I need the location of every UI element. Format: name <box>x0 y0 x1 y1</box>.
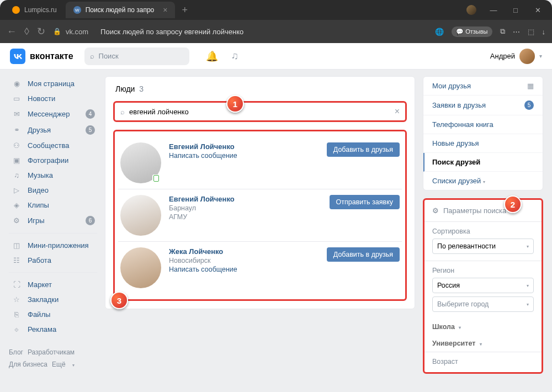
sort-select[interactable]: По релевантности▾ <box>432 239 534 254</box>
header-search[interactable]: ⌕ Поиск <box>84 47 189 65</box>
person-avatar[interactable] <box>120 195 161 236</box>
sort-label: Сортировка <box>432 227 534 235</box>
shield-icon[interactable]: ◊ <box>24 26 29 38</box>
video-icon: ▷ <box>11 186 22 194</box>
message-link[interactable]: Написать сообщение <box>169 266 327 273</box>
add-friend-button[interactable]: Добавить в друзья <box>327 247 400 262</box>
rnav-my-friends[interactable]: Мои друзья▦ <box>423 77 543 96</box>
right-nav: Мои друзья▦ Заявки в друзья5 Телефонная … <box>423 76 543 190</box>
message-link[interactable]: Написать сообщение <box>169 152 327 160</box>
avatar-small[interactable] <box>461 2 481 18</box>
filters-header[interactable]: ⚙ Параметры поиска ▴ <box>424 200 542 221</box>
nav-profile[interactable]: ◉Моя страница <box>9 76 97 91</box>
city-select[interactable]: Выберите город▾ <box>432 296 534 312</box>
footer-links: БлогРазработчикам Для бизнесаЕщё▾ <box>9 347 97 370</box>
nav-news[interactable]: ▭Новости <box>9 91 97 106</box>
nav-bookmarks[interactable]: ☆Закладки <box>9 292 97 307</box>
browser-tab-inactive[interactable]: Lumpics.ru <box>4 2 65 18</box>
badge: 5 <box>86 125 95 135</box>
nav-games[interactable]: ⚙Игры6 <box>9 213 97 229</box>
nav-ads[interactable]: ⟐Реклама <box>9 322 97 337</box>
footer-link[interactable]: Для бизнеса <box>9 361 47 368</box>
nav-groups[interactable]: ⚇Сообщества <box>9 138 97 153</box>
nav-market[interactable]: ⛶Маркет <box>9 277 97 292</box>
rnav-requests[interactable]: Заявки в друзья5 <box>423 96 543 115</box>
window-maximize[interactable]: □ <box>506 2 526 18</box>
address-bar: ← ◊ ↻ 🔒 vk.com Поиск людей по запросу ев… <box>0 20 552 43</box>
nav-friends[interactable]: ⚭Друзья5 <box>9 122 97 138</box>
url-display[interactable]: 🔒 vk.com <box>53 28 88 36</box>
rnav-new-friends[interactable]: Новые друзья <box>423 134 543 153</box>
person-avatar[interactable] <box>120 247 161 288</box>
files-icon: ⎘ <box>11 310 22 319</box>
nav-miniapps[interactable]: ◫Мини-приложения <box>9 238 97 253</box>
jobs-icon: ☷ <box>11 256 22 264</box>
search-icon: ⌕ <box>120 108 125 116</box>
university-expand[interactable]: Университет ▾ <box>424 335 542 352</box>
person-avatar[interactable] <box>120 142 161 183</box>
online-mobile-icon <box>152 174 160 182</box>
reload-button[interactable]: ↻ <box>37 25 45 38</box>
person-row: Евгений Лойченко Барнаул АГМУ Отправить … <box>118 189 402 241</box>
person-school: АГМУ <box>169 213 330 221</box>
menu-icon[interactable]: ⋯ <box>513 28 520 36</box>
people-search-box[interactable]: ⌕ × <box>113 101 407 122</box>
close-icon[interactable]: × <box>163 6 167 14</box>
chevron-down-icon: ▾ <box>527 302 529 307</box>
avatar <box>519 49 535 64</box>
badge: 4 <box>86 109 95 119</box>
country-select[interactable]: Россия▾ <box>432 278 534 293</box>
pip-icon[interactable]: ⧉ <box>500 27 505 36</box>
person-name[interactable]: Евгений Лойченко <box>169 195 330 203</box>
rnav-friend-lists[interactable]: Списки друзей▾ <box>423 172 543 190</box>
clear-icon[interactable]: × <box>395 107 400 116</box>
back-button[interactable]: ← <box>7 26 17 38</box>
new-tab-button[interactable]: + <box>176 4 193 16</box>
chevron-down-icon: ▾ <box>483 179 485 184</box>
add-friend-button[interactable]: Добавить в друзья <box>327 142 400 157</box>
footer-link[interactable]: Ещё <box>52 361 66 368</box>
browser-tab-active[interactable]: W Поиск людей по запро × <box>66 2 176 18</box>
music-icon[interactable]: ♫ <box>231 50 239 62</box>
rnav-search-friends[interactable]: Поиск друзей <box>423 153 543 172</box>
send-request-button[interactable]: Отправить заявку <box>330 195 400 209</box>
footer-link[interactable]: Разработчикам <box>28 348 75 356</box>
extensions-icon[interactable]: ⬚ <box>528 28 534 36</box>
window-close[interactable]: ✕ <box>528 2 548 18</box>
birthday-icon: ▦ <box>527 82 534 90</box>
favicon <box>12 6 20 14</box>
page-title: Поиск людей по запросу евгений лойченко <box>100 28 427 36</box>
user-menu[interactable]: Андрей ▾ <box>490 49 542 64</box>
filters-icon: ⚙ <box>432 206 439 215</box>
rnav-phonebook[interactable]: Телефонная книга <box>423 115 543 134</box>
tab-title: Поиск людей по запро <box>86 6 155 14</box>
nav-clips[interactable]: ◈Клипы <box>9 198 97 213</box>
nav-messenger[interactable]: ✉Мессенджер4 <box>9 106 97 122</box>
badge: 6 <box>86 216 95 225</box>
nav-files[interactable]: ⎘Файлы <box>9 307 97 322</box>
footer-link[interactable]: Блог <box>9 348 23 356</box>
vk-logo-icon <box>10 49 25 64</box>
people-search-input[interactable] <box>129 108 390 116</box>
nav-video[interactable]: ▷Видео <box>9 183 97 198</box>
person-name[interactable]: Жека Лойченко <box>169 247 327 256</box>
school-expand[interactable]: Школа ▾ <box>424 319 542 335</box>
games-icon: ⚙ <box>11 216 22 225</box>
notifications-icon[interactable]: 🔔 <box>206 50 218 62</box>
favicon: W <box>73 6 81 14</box>
window-minimize[interactable]: — <box>484 2 503 18</box>
chevron-down-icon: ▾ <box>527 244 529 249</box>
age-label: Возраст <box>432 358 534 365</box>
nav-music[interactable]: ♫Музыка <box>9 168 97 183</box>
vk-logo[interactable]: вконтакте <box>10 49 73 64</box>
nav-jobs[interactable]: ☷Работа <box>9 253 97 268</box>
downloads-icon[interactable]: ↓ <box>542 28 546 36</box>
person-name[interactable]: Евгений Лойченко <box>169 142 327 151</box>
vk-header: вконтакте ⌕ Поиск 🔔 ♫ Андрей ▾ <box>0 43 552 70</box>
nav-photos[interactable]: ▣Фотографии <box>9 153 97 168</box>
person-city: Новосибирск <box>169 257 327 264</box>
translate-icon[interactable]: 🌐 <box>435 28 444 36</box>
reviews-badge[interactable]: 💬 Отзывы <box>452 27 492 37</box>
annotation-marker-1: 1 <box>226 95 244 113</box>
search-filters: ⚙ Параметры поиска ▴ Сортировка По релев… <box>423 198 543 374</box>
